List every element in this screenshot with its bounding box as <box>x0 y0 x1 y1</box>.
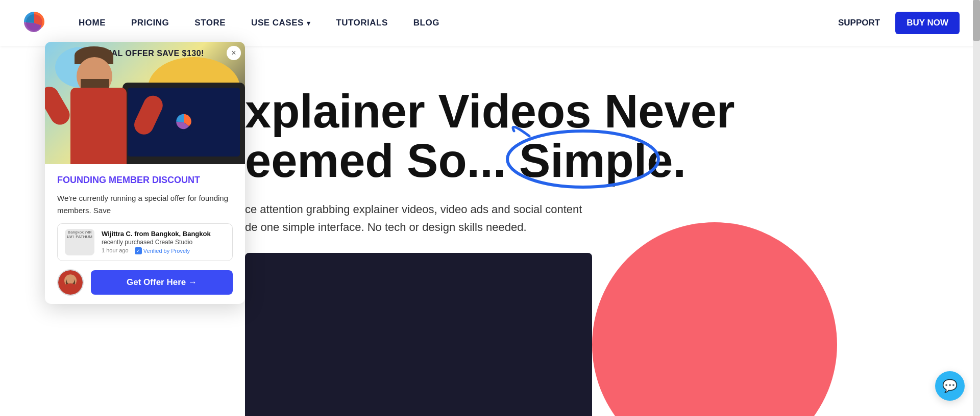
popup-character <box>55 52 157 164</box>
chat-icon: 💬 <box>942 379 958 393</box>
scrollbar-thumb[interactable] <box>973 0 980 41</box>
popup-avatar <box>57 269 84 296</box>
verified-check-icon: ✓ <box>135 247 142 254</box>
deco-dark-rect <box>245 253 592 416</box>
popup-title: FOUNDING MEMBER DISCOUNT <box>57 174 233 186</box>
social-proof-action: recently purchased Create Studio <box>102 239 225 246</box>
popup-cta-row: Get Offer Here → <box>57 269 233 296</box>
buy-now-button[interactable]: BUY NOW <box>895 12 960 34</box>
chevron-down-icon: ▾ <box>307 19 311 27</box>
social-proof-map: Bangkok เทพมหา PATHUM <box>65 229 94 255</box>
logo[interactable] <box>20 9 48 37</box>
popup-body: FOUNDING MEMBER DISCOUNT We're currently… <box>45 164 245 304</box>
laptop-logo <box>174 112 194 133</box>
nav-tutorials[interactable]: TUTORIALS <box>336 18 387 28</box>
social-proof-info: Wijittra C. from Bangkok, Bangkok recent… <box>102 230 225 254</box>
char-arm-left <box>45 83 73 128</box>
avatar-image <box>58 269 83 296</box>
chat-bubble-button[interactable]: 💬 <box>935 371 965 401</box>
popup-close-button[interactable]: × <box>227 46 241 60</box>
hero-title-line2: eemed So... Simple. <box>245 136 939 186</box>
svg-point-7 <box>64 283 77 293</box>
map-label: Bangkok เทพมหา PATHUM <box>65 229 94 241</box>
char-body <box>70 88 127 164</box>
nav-use-cases[interactable]: USE CASES ▾ <box>251 18 310 28</box>
hero-title-line1: xplainer Videos Never <box>245 87 939 136</box>
popup-description: We're currently running a special offer … <box>57 192 233 216</box>
hero-subtitle: ce attention grabbing explainer videos, … <box>245 200 664 236</box>
navbar: HOME PRICING STORE USE CASES ▾ TUTORIALS… <box>0 0 980 46</box>
social-proof-bar: Bangkok เทพมหา PATHUM Wijittra C. from B… <box>57 223 233 261</box>
nav-pricing[interactable]: PRICING <box>131 18 169 28</box>
nav-links: HOME PRICING STORE USE CASES ▾ TUTORIALS… <box>79 18 838 28</box>
nav-home[interactable]: HOME <box>79 18 106 28</box>
hero-title: xplainer Videos Never eemed So... Simple… <box>245 87 939 185</box>
hero-content: xplainer Videos Never eemed So... Simple… <box>245 87 939 257</box>
popup-modal: SPECIAL OFFER SAVE $130! × <box>45 42 245 304</box>
verified-badge: ✓ Verified by Provely <box>135 247 190 254</box>
svg-point-6 <box>67 277 75 284</box>
support-link[interactable]: SUPPORT <box>838 18 880 28</box>
nav-right: SUPPORT BUY NOW <box>838 12 960 34</box>
popup-header-image: SPECIAL OFFER SAVE $130! <box>45 42 245 164</box>
social-proof-name: Wijittra C. from Bangkok, Bangkok <box>102 230 225 238</box>
scrollbar[interactable] <box>973 0 980 416</box>
hero-simple-word: Simple. <box>519 136 686 186</box>
nav-store[interactable]: STORE <box>194 18 226 28</box>
popup-cta-button[interactable]: Get Offer Here → <box>91 270 233 295</box>
social-proof-time: 1 hour ago ✓ Verified by Provely <box>102 247 225 254</box>
nav-blog[interactable]: BLOG <box>413 18 439 28</box>
